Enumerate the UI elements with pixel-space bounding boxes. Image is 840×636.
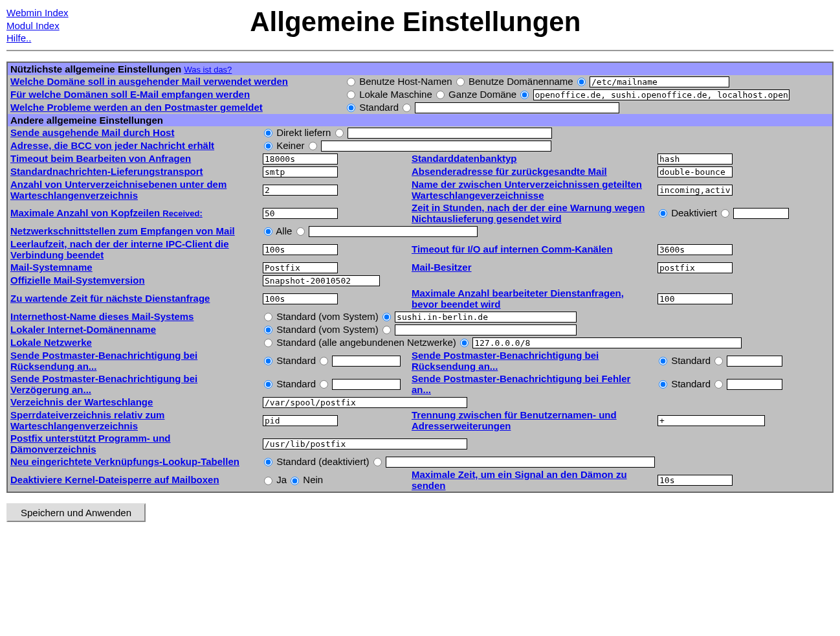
bcc-none-radio[interactable]	[264, 142, 272, 150]
daemon-timeout-label[interactable]: Maximale Zeit, um ein Signal an den Dämo…	[412, 469, 627, 491]
postmaster-problems-custom-radio[interactable]	[403, 104, 411, 112]
myhostname-label[interactable]: Internethost-Name dieses Mail-Systems	[10, 311, 193, 322]
outgoing-domain-hostname-radio[interactable]	[347, 78, 355, 86]
outgoing-domain-input[interactable]	[590, 76, 729, 87]
ipc-idle-input[interactable]	[263, 244, 338, 255]
relayhost-input[interactable]	[348, 128, 552, 139]
alias-maps-label[interactable]: Neu eingerichtete Verknüpfungs-Lookup-Ta…	[10, 456, 239, 467]
outgoing-domain-domainname-radio[interactable]	[456, 78, 465, 86]
receive-domains-custom-radio[interactable]	[520, 91, 529, 99]
relayhost-custom-radio[interactable]	[335, 129, 344, 137]
default-transport-input[interactable]	[263, 166, 338, 177]
queue-dir-label[interactable]: Verzeichnis der Warteschlange	[10, 396, 153, 407]
max-idle-label[interactable]: Zu wartende Zeit für nächste Dienstanfra…	[10, 293, 210, 304]
max-received-label[interactable]: Maximale Anzahl von Kopfzeilen Received:	[10, 207, 203, 218]
mydomain-label[interactable]: Lokaler Internet-Domänenname	[10, 324, 156, 335]
mynetworks-default-radio[interactable]	[264, 339, 272, 347]
bounce-notice-1-custom-radio[interactable]	[320, 357, 328, 365]
delay-notice-custom-radio[interactable]	[320, 380, 328, 389]
relayhost-direct-radio[interactable]	[264, 129, 272, 137]
delay-warning-input[interactable]	[733, 208, 789, 219]
hash-queue-names-label[interactable]: Name der zwischen Unterverzeichnissen ge…	[412, 179, 642, 201]
bounce-sender-label[interactable]: Absenderadresse für zurückgesandte Mail	[412, 166, 607, 177]
mynetworks-label[interactable]: Lokale Netzwerke	[10, 337, 92, 348]
process-id-dir-input[interactable]	[263, 415, 338, 426]
postmaster-problems-input[interactable]	[415, 102, 619, 113]
postmaster-problems-default-radio[interactable]	[347, 104, 355, 112]
delay-warning-label[interactable]: Zeit in Stunden, nach der der eine Warnu…	[412, 202, 645, 224]
mynetworks-input[interactable]	[472, 337, 742, 348]
receive-domains-input[interactable]	[533, 89, 790, 100]
timeout-requests-input[interactable]	[263, 153, 338, 165]
recipient-delimiter-label[interactable]: Trennung zwischen für Benutzernamen- und…	[412, 409, 617, 431]
program-dir-input[interactable]	[263, 438, 467, 449]
relayhost-label[interactable]: Sende ausgehende Mail durch Host	[10, 127, 174, 138]
error-notice-label[interactable]: Sende Postmaster-Benachrichtigung bei Fe…	[412, 373, 630, 395]
mail-version-input[interactable]	[263, 275, 380, 286]
hash-queue-depth-input[interactable]	[263, 185, 338, 196]
max-idle-input[interactable]	[263, 293, 338, 304]
hash-queue-depth-label[interactable]: Anzahl von Unterverzeichnisebenen unter …	[10, 179, 227, 201]
inet-interfaces-label[interactable]: Netzwerkschnittstellen zum Empfangen von…	[10, 225, 235, 236]
bounce-notice-2-label[interactable]: Sende Postmaster-Benachrichtigung bei Rü…	[412, 350, 599, 372]
alias-maps-input[interactable]	[386, 457, 655, 468]
kernel-lock-label[interactable]: Deaktiviere Kernel-Dateisperre auf Mailb…	[10, 474, 219, 485]
inet-interfaces-custom-radio[interactable]	[296, 227, 305, 236]
recipient-delimiter-input[interactable]	[658, 415, 765, 426]
receive-domains-local-radio[interactable]	[347, 91, 355, 99]
save-apply-button[interactable]: Speichern und Anwenden	[6, 503, 146, 522]
ipc-timeout-label[interactable]: Timeout für I/O auf internen Comm-Kanäle…	[412, 244, 613, 255]
mail-name-input[interactable]	[263, 262, 338, 273]
queue-dir-input[interactable]	[263, 397, 467, 408]
alias-maps-custom-radio[interactable]	[373, 458, 382, 466]
delay-notice-input[interactable]	[332, 379, 401, 390]
timeout-requests-label[interactable]: Timeout beim Bearbeiten von Anfragen	[10, 153, 191, 164]
mail-name-label[interactable]: Mail-Systemname	[10, 262, 93, 273]
bounce-sender-input[interactable]	[658, 166, 733, 177]
error-notice-custom-radio[interactable]	[714, 380, 723, 389]
program-dir-label[interactable]: Postfix unterstützt Programm- und Dämonv…	[10, 433, 171, 455]
inet-interfaces-all-radio[interactable]	[264, 227, 272, 236]
error-notice-input[interactable]	[727, 379, 782, 390]
outgoing-domain-custom-radio[interactable]	[577, 78, 586, 86]
max-received-input[interactable]	[263, 208, 338, 219]
kernel-lock-yes-radio[interactable]	[264, 477, 272, 485]
mydomain-custom-radio[interactable]	[382, 326, 391, 334]
bounce-notice-1-label[interactable]: Sende Postmaster-Benachrichtigung bei Rü…	[10, 350, 197, 372]
bcc-custom-radio[interactable]	[309, 142, 317, 150]
mydomain-default-radio[interactable]	[264, 326, 272, 334]
bcc-address-label[interactable]: Adresse, die BCC von jeder Nachricht erh…	[10, 140, 214, 151]
alias-maps-default-radio[interactable]	[264, 458, 272, 466]
ipc-idle-label[interactable]: Leerlaufzeit, nach der der interne IPC-C…	[10, 238, 229, 260]
mail-owner-input[interactable]	[658, 262, 733, 273]
postmaster-problems-label[interactable]: Welche Probleme werden an den Postmaster…	[10, 102, 263, 113]
default-db-type-input[interactable]	[658, 153, 733, 165]
bounce-notice-2-input[interactable]	[727, 356, 782, 367]
max-use-label[interactable]: Maximale Anzahl bearbeiteter Dienstanfra…	[412, 288, 624, 310]
delay-warning-disabled-radio[interactable]	[659, 209, 667, 218]
webmin-index-link[interactable]: Webmin Index	[6, 6, 69, 19]
modul-index-link[interactable]: Modul Index	[6, 19, 69, 32]
mynetworks-custom-radio[interactable]	[460, 339, 469, 347]
ipc-timeout-input[interactable]	[658, 244, 733, 255]
default-db-type-label[interactable]: Standarddatenbanktyp	[412, 153, 517, 164]
bcc-input[interactable]	[321, 141, 551, 152]
receive-domains-label[interactable]: Für welche Domänen soll E-Mail empfangen…	[10, 89, 250, 100]
bounce-notice-2-default-radio[interactable]	[659, 357, 667, 365]
default-transport-label[interactable]: Standardnachrichten-Lieferungstransport	[10, 166, 203, 177]
max-use-input[interactable]	[658, 293, 733, 304]
mail-version-label[interactable]: Offizielle Mail-Systemversion	[10, 275, 145, 286]
delay-notice-default-radio[interactable]	[264, 380, 272, 389]
outgoing-domain-label[interactable]: Welche Domäne soll in ausgehender Mail v…	[10, 76, 288, 87]
mydomain-input[interactable]	[395, 324, 577, 335]
hash-queue-names-input[interactable]	[658, 185, 733, 196]
mail-owner-label[interactable]: Mail-Besitzer	[412, 262, 472, 273]
myhostname-input[interactable]	[395, 312, 577, 323]
process-id-dir-label[interactable]: Sperrdateiverzeichnis relativ zum Wartes…	[10, 409, 164, 431]
error-notice-default-radio[interactable]	[659, 380, 667, 389]
bounce-notice-2-custom-radio[interactable]	[714, 357, 723, 365]
myhostname-custom-radio[interactable]	[382, 313, 391, 321]
myhostname-default-radio[interactable]	[264, 313, 272, 321]
daemon-timeout-input[interactable]	[658, 475, 733, 486]
delay-notice-label[interactable]: Sende Postmaster-Benachrichtigung bei Ve…	[10, 373, 197, 395]
